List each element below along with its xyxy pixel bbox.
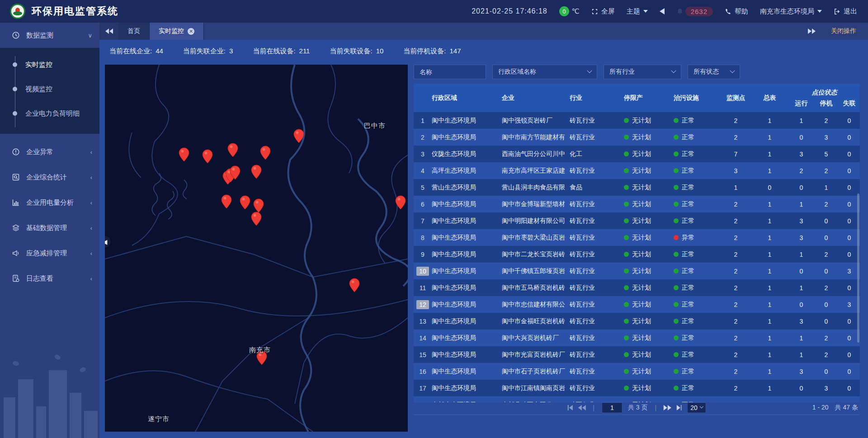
cell-industry: 砖瓦行业: [570, 363, 624, 380]
table-row[interactable]: 1 阆中生态环境局 阆中强锐页岩砖厂 砖瓦行业 无计划 正常 2 1 1 2 0: [414, 112, 860, 129]
map-marker-pin[interactable]: [349, 278, 360, 292]
table-row[interactable]: 2 阆中生态环境局 阆中市南方节能建材有 砖瓦行业 无计划 正常 2 1 0 3…: [414, 129, 860, 146]
sidebar-item-data-monitoring[interactable]: 数据监测 ∨: [0, 23, 99, 48]
cell-facility-status: 正常: [674, 396, 721, 402]
row-number: 12: [416, 300, 429, 309]
cell-region: 阆中生态环境局: [432, 212, 502, 229]
map-marker-pin[interactable]: [395, 195, 406, 210]
submenu-dot-icon: [13, 111, 17, 116]
map-panel[interactable]: ◀: [105, 65, 408, 432]
row-number: 3: [416, 150, 429, 159]
table-row[interactable]: 18 南部生态环境局 南部县砖瓦有限公 砖瓦行业 无计划 正常 6 2 3 6 …: [414, 396, 860, 402]
table-row[interactable]: 6 阆中生态环境局 阆中市金博瑞新型墙材 砖瓦行业 无计划 正常 2 1 1 2…: [414, 196, 860, 212]
table-row[interactable]: 14 阆中生态环境局 阆中大兴页岩机砖厂 砖瓦行业 无计划 正常 2 1 1 2…: [414, 330, 860, 346]
cell-run: 1: [789, 246, 814, 263]
status-dot: [624, 268, 629, 273]
cell-meters: 1: [750, 380, 789, 396]
status-dot: [674, 319, 679, 324]
cell-limit-status: 无计划: [624, 212, 674, 229]
table-row[interactable]: 7 阆中生态环境局 阆中明阳建材有限公司 砖瓦行业 无计划 正常 2 1 3 0…: [414, 212, 860, 229]
logout-button[interactable]: 退出: [834, 7, 857, 16]
chart-icon: [12, 198, 20, 207]
fullscreen-button[interactable]: 全屏: [591, 7, 615, 16]
next-page-button[interactable]: [664, 405, 671, 410]
cell-run: 0: [789, 179, 814, 196]
prev-page-button[interactable]: [578, 405, 585, 410]
region-select[interactable]: 行政区域名称: [492, 65, 597, 79]
sidebar-item-emergency-reduction[interactable]: 应急减排管理 ‹: [0, 240, 99, 266]
page-number-input[interactable]: 1: [602, 402, 623, 413]
cell-limit-status: 无计划: [624, 112, 674, 129]
cell-meters: 1: [750, 229, 789, 246]
notification-widget[interactable]: 2632: [676, 7, 713, 16]
first-page-button[interactable]: [567, 405, 572, 410]
close-operations-button[interactable]: 关闭操作: [831, 27, 856, 35]
table-row[interactable]: 5 营山生态环境局 营山县润丰肉食品有限 食品 无计划 正常 1 0 0 1 0: [414, 179, 860, 196]
col-header-lost: 失联: [839, 99, 860, 108]
row-number: 16: [416, 367, 429, 376]
map-marker-pin[interactable]: [251, 212, 262, 226]
map-marker-pin[interactable]: [251, 165, 262, 179]
status-dot: [624, 302, 629, 307]
cell-region: 阆中生态环境局: [432, 196, 502, 212]
cell-facility-status: 正常: [674, 346, 721, 363]
chevron-down-icon: [643, 10, 648, 13]
map-marker-pin[interactable]: [179, 147, 189, 162]
sidebar-item-enterprise-statistics[interactable]: 企业综合统计 ‹: [0, 165, 99, 190]
tab-home[interactable]: 首页: [118, 23, 150, 40]
help-button[interactable]: 帮助: [725, 7, 748, 16]
tabs-scroll-left-button[interactable]: [99, 23, 118, 40]
table-row[interactable]: 9 阆中生态环境局 阆中市二龙长宝页岩砖 砖瓦行业 无计划 正常 2 1 1 2…: [414, 246, 860, 263]
map-marker-pin[interactable]: [293, 129, 304, 143]
name-search-input[interactable]: [420, 68, 480, 75]
sidebar-item-video-monitor[interactable]: 视频监控: [0, 77, 99, 101]
name-search-field[interactable]: [414, 65, 486, 79]
cell-stop: 0: [814, 296, 839, 313]
theme-dropdown[interactable]: 主题: [627, 7, 648, 16]
table-row[interactable]: 13 阆中生态环境局 阆中市金福旺页岩机砖 砖瓦行业 无计划 正常 2 1 3 …: [414, 313, 860, 330]
page-size-select[interactable]: 20: [687, 402, 706, 413]
cell-stop: 0: [814, 363, 839, 380]
scrollbar-thumb[interactable]: [857, 193, 859, 343]
cell-limit-status: 无计划: [624, 396, 674, 402]
table-row[interactable]: 11 阆中生态环境局 阆中市五马桥页岩机砖 砖瓦行业 无计划 正常 2 1 1 …: [414, 279, 860, 296]
announcement-speaker-icon[interactable]: [660, 8, 665, 14]
table-row[interactable]: 3 仪陇生态环境局 西南油气田分公司川中 化工 无计划 正常 7 1 3 5 0: [414, 146, 860, 162]
cell-region: 阆中生态环境局: [432, 363, 502, 380]
table-row[interactable]: 12 阆中生态环境局 阆中市忠信建材有限公 砖瓦行业 无计划 正常 2 1 0 …: [414, 296, 860, 313]
cell-stop: 6: [814, 396, 839, 402]
cell-facility-status: 正常: [674, 380, 721, 396]
map-marker-pin[interactable]: [221, 194, 232, 209]
tab-realtime-monitor[interactable]: 实时监控 ✕: [150, 23, 204, 40]
map-marker-pin[interactable]: [253, 198, 264, 213]
row-number: 14: [416, 334, 429, 343]
industry-select[interactable]: 所有行业: [604, 65, 681, 79]
cell-lost: 0: [839, 229, 860, 246]
sidebar-item-log-view[interactable]: 日志查看 ‹: [0, 266, 99, 291]
last-page-button[interactable]: [677, 405, 682, 410]
status-select[interactable]: 所有状态: [688, 65, 740, 79]
table-row[interactable]: 16 阆中生态环境局 阆中市石子页岩机砖厂 砖瓦行业 无计划 正常 2 1 3 …: [414, 363, 860, 380]
sidebar-item-power-load-detail[interactable]: 企业电力负荷明细: [0, 101, 99, 126]
map-marker-pin[interactable]: [202, 149, 213, 164]
table-row[interactable]: 17 阆中生态环境局 阆中市江南镇阆南页岩 砖瓦行业 无计划 正常 2 1 0 …: [414, 380, 860, 396]
tabs-scroll-right-button[interactable]: [808, 28, 816, 34]
sidebar-item-base-data-management[interactable]: 基础数据管理 ‹: [0, 215, 99, 240]
map-marker-pin[interactable]: [240, 195, 250, 210]
cell-limit-status: 无计划: [624, 129, 674, 146]
tab-close-icon[interactable]: ✕: [188, 28, 194, 35]
sidebar-item-power-usage-analysis[interactable]: 企业用电量分析 ‹: [0, 190, 99, 215]
sidebar-item-enterprise-abnormal[interactable]: 企业异常 ‹: [0, 139, 99, 165]
status-dot: [624, 185, 629, 190]
map-marker-pin[interactable]: [260, 146, 271, 160]
stat-online-devices: 当前在线设备:211: [253, 47, 310, 56]
sidebar-item-realtime-monitor[interactable]: 实时监控: [0, 52, 99, 77]
table-row[interactable]: 15 阆中生态环境局 阆中市光富页岩机砖厂 砖瓦行业 无计划 正常 2 1 1 …: [414, 346, 860, 363]
table-row[interactable]: 4 高坪生态环境局 南充市高坪区王家店建 砖瓦行业 无计划 正常 3 1 2 2…: [414, 162, 860, 179]
user-dropdown[interactable]: 南充市生态环境局: [760, 7, 822, 16]
cell-industry: 砖瓦行业: [570, 246, 624, 263]
table-row[interactable]: 10 阆中生态环境局 阆中千佛镇五郎垭页岩 砖瓦行业 无计划 正常 2 1 0 …: [414, 263, 860, 279]
map-marker-pin[interactable]: [230, 165, 241, 180]
table-row[interactable]: 8 阆中生态环境局 阆中市枣碧大梁山页岩 砖瓦行业 无计划 异常 2 1 3 0…: [414, 229, 860, 246]
map-marker-pin[interactable]: [227, 143, 238, 157]
